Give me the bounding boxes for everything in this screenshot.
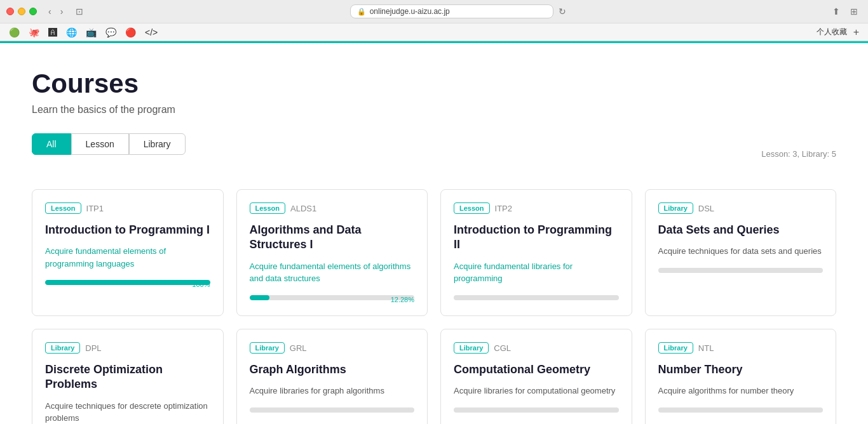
page-title: Courses (32, 69, 836, 99)
course-code-1: ALDS1 (290, 204, 316, 213)
progress-label-1: 12.28% (391, 296, 414, 303)
card-header-7: Library NTL (658, 342, 824, 354)
course-code-4: DPL (85, 343, 101, 353)
progress-container-1: 12.28% (250, 295, 415, 300)
course-name-1: Algorithms and Data Structures I (250, 223, 415, 253)
new-tab-button[interactable]: ⊞ (846, 5, 862, 18)
progress-wrap-1: 12.28% (250, 295, 415, 300)
main-content: Courses Learn the basics of the program … (0, 43, 868, 424)
course-code-2: ITP2 (495, 204, 512, 213)
progress-wrap-0: 100% (45, 280, 210, 285)
maximize-button[interactable] (29, 8, 37, 15)
page-subtitle: Learn the basics of the program (32, 104, 836, 116)
lock-icon: 🔒 (357, 8, 366, 16)
progress-wrap-2 (454, 295, 619, 300)
progress-container-2 (454, 295, 619, 300)
tab-all[interactable]: All (32, 133, 71, 155)
course-desc-1: Acquire fundamental elements of algorith… (250, 260, 415, 285)
progress-bar-bg-2 (454, 295, 619, 300)
bookmark-item-3[interactable]: 🅰 (46, 26, 60, 39)
course-name-4: Discrete Optimization Problems (45, 362, 210, 392)
course-desc-0: Acquire fundamental elements of programm… (45, 245, 210, 270)
tab-lesson[interactable]: Lesson (71, 133, 129, 155)
course-desc-6: Acquire libraries for computational geom… (454, 385, 619, 397)
card-header-3: Library DSL (658, 202, 824, 214)
bookmark-icon-7: 🔴 (125, 27, 136, 37)
traffic-lights (6, 8, 37, 15)
course-card-1[interactable]: Lesson ALDS1 Algorithms and Data Structu… (236, 189, 428, 316)
address-bar-container: 🔒 onlinejudge.u-aizu.ac.jp ↻ (92, 4, 824, 18)
lesson-count: Lesson: 3, Library: 5 (761, 149, 836, 159)
window-restore-button[interactable]: ⊡ (72, 5, 87, 18)
add-bookmark-button[interactable]: + (851, 27, 862, 38)
course-card-5[interactable]: Library GRL Graph Algorithms Acquire lib… (236, 329, 428, 424)
close-button[interactable] (6, 8, 14, 15)
course-name-2: Introduction to Programming II (454, 223, 619, 253)
share-button[interactable]: ⬆ (829, 5, 844, 18)
progress-bar-bg-5 (250, 407, 415, 413)
progress-container-5 (250, 407, 415, 413)
progress-container-0: 100% (45, 280, 210, 285)
progress-wrap-7 (658, 407, 824, 413)
badge-4: Library (45, 342, 80, 354)
progress-bar-bg-1 (250, 295, 415, 300)
course-desc-3: Acquire techniques for data sets and que… (658, 245, 824, 258)
tab-library[interactable]: Library (129, 133, 186, 155)
course-desc-4: Acquire techniques for descrete optimiza… (45, 400, 210, 424)
progress-bar-fill-0 (45, 280, 210, 285)
filter-row: All Lesson Library Lesson: 3, Library: 5 (32, 133, 836, 174)
reload-button[interactable]: ↻ (559, 4, 566, 18)
course-desc-7: Acquire algorithms for number theory (658, 385, 824, 397)
bookmark-icon-4: 🌐 (66, 27, 77, 37)
course-desc-2: Acquire fundamental libraries for progra… (454, 260, 619, 285)
bookmark-item-1[interactable]: 🟢 (6, 26, 22, 39)
progress-bar-bg-6 (454, 407, 619, 413)
badge-0: Lesson (45, 202, 81, 214)
minimize-button[interactable] (18, 8, 25, 15)
progress-bar-bg-0 (45, 280, 210, 285)
course-name-3: Data Sets and Queries (658, 223, 824, 237)
course-desc-5: Acquire libraries for graph algorithms (250, 385, 415, 397)
badge-5: Library (250, 342, 285, 354)
card-header-5: Library GRL (250, 342, 415, 354)
course-card-0[interactable]: Lesson ITP1 Introduction to Programming … (32, 189, 224, 316)
progress-bar-bg-7 (658, 407, 824, 413)
course-card-3[interactable]: Library DSL Data Sets and Queries Acquir… (645, 189, 837, 316)
progress-bar-fill-1 (250, 295, 269, 300)
filter-tabs: All Lesson Library (32, 133, 186, 155)
progress-wrap-6 (454, 407, 619, 413)
course-name-6: Computational Geometry (454, 362, 619, 377)
course-code-0: ITP1 (86, 204, 104, 213)
bookmark-item-7[interactable]: 🔴 (123, 26, 139, 39)
bookmark-item-2[interactable]: 🐙 (26, 26, 42, 39)
course-card-4[interactable]: Library DPL Discrete Optimization Proble… (32, 329, 224, 424)
bookmark-item-5[interactable]: 📺 (83, 26, 99, 39)
browser-titlebar: ‹ › ⊡ 🔒 onlinejudge.u-aizu.ac.jp ↻ ⬆ ⊞ (0, 0, 868, 23)
course-code-5: GRL (290, 343, 307, 353)
badge-7: Library (658, 342, 693, 354)
browser-actions: ⬆ ⊞ (829, 5, 862, 18)
card-header-1: Lesson ALDS1 (250, 202, 415, 214)
progress-container-6 (454, 407, 619, 413)
progress-wrap-3 (658, 268, 824, 273)
back-button[interactable]: ‹ (44, 5, 55, 18)
address-bar[interactable]: 🔒 onlinejudge.u-aizu.ac.jp (350, 4, 553, 18)
progress-container-3 (658, 268, 824, 273)
bookmark-icon-3: 🅰 (48, 27, 57, 37)
bookmark-right-label: 个人收藏 (817, 27, 847, 37)
forward-button[interactable]: › (57, 5, 67, 18)
progress-label-0: 100% (192, 281, 210, 288)
bookmark-icon-1: 🟢 (9, 27, 20, 37)
bookmarks-bar: 🟢 🐙 🅰 🌐 📺 💬 🔴 </> 个人收藏 + (0, 23, 868, 41)
course-card-7[interactable]: Library NTL Number Theory Acquire algori… (645, 329, 837, 424)
course-code-3: DSL (698, 204, 714, 213)
badge-2: Lesson (454, 202, 490, 214)
nav-buttons: ‹ › (44, 5, 67, 18)
course-card-2[interactable]: Lesson ITP2 Introduction to Programming … (440, 189, 632, 316)
course-card-6[interactable]: Library CGL Computational Geometry Acqui… (440, 329, 632, 424)
course-grid: Lesson ITP1 Introduction to Programming … (32, 189, 836, 424)
bookmark-item-4[interactable]: 🌐 (64, 26, 79, 39)
bookmark-item-6[interactable]: 💬 (103, 26, 119, 39)
bookmark-item-8[interactable]: </> (142, 26, 160, 39)
bookmark-icon-5: 📺 (86, 27, 97, 37)
